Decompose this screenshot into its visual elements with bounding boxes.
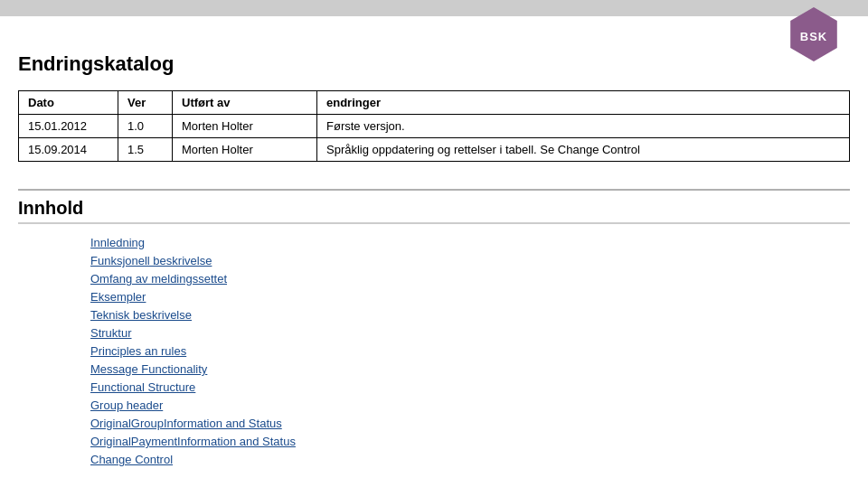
toc-link[interactable]: Teknisk beskrivelse (90, 308, 192, 322)
list-item: Message Functionality (90, 361, 850, 376)
cell-endringer: Språklig oppdatering og rettelser i tabe… (317, 138, 850, 162)
innhold-title: Innhold (18, 198, 850, 224)
list-item: Omfang av meldingssettet (90, 271, 850, 286)
toc-link[interactable]: Struktur (90, 326, 132, 340)
logo-text: BSK (800, 30, 827, 43)
list-item: Change Control (90, 452, 850, 466)
cell-ver: 1.0 (118, 115, 173, 138)
innhold-section: Innhold InnledningFunksjonell beskrivels… (18, 189, 850, 466)
toc-link[interactable]: Eksempler (90, 290, 146, 304)
list-item: Principles an rules (90, 343, 850, 358)
toc-link[interactable]: OriginalPaymentInformation and Status (90, 435, 296, 448)
section-divider (18, 189, 850, 191)
list-item: Group header (90, 398, 850, 412)
toc-link[interactable]: Funksjonell beskrivelse (90, 254, 212, 267)
list-item: OriginalPaymentInformation and Status (90, 434, 850, 448)
toc-link[interactable]: Group header (90, 398, 163, 412)
cell-ver: 1.5 (118, 138, 173, 162)
table-header-row: Dato Ver Utført av endringer (19, 91, 850, 115)
col-header-endringer: endringer (317, 91, 850, 115)
table-row: 15.01.2012 1.0 Morten Holter Første vers… (19, 115, 850, 138)
cell-dato: 15.09.2014 (19, 138, 118, 162)
list-item: Functional Structure (90, 380, 850, 394)
list-item: OriginalGroupInformation and Status (90, 416, 850, 430)
toc-link[interactable]: OriginalGroupInformation and Status (90, 417, 282, 430)
table-row: 15.09.2014 1.5 Morten Holter Språklig op… (19, 138, 850, 162)
list-item: Struktur (90, 325, 850, 340)
list-item: Funksjonell beskrivelse (90, 253, 850, 267)
toc-link[interactable]: Principles an rules (90, 344, 186, 358)
cell-utfort: Morten Holter (173, 115, 317, 138)
toc-list: InnledningFunksjonell beskrivelseOmfang … (90, 235, 850, 466)
toc-link[interactable]: Innledning (90, 236, 145, 249)
change-table: Dato Ver Utført av endringer 15.01.2012 … (18, 90, 850, 162)
toc-link[interactable]: Change Control (90, 453, 173, 466)
cell-dato: 15.01.2012 (19, 115, 118, 138)
toc-link[interactable]: Message Functionality (90, 362, 207, 376)
main-content: Endringskatalog Dato Ver Utført av endri… (0, 16, 868, 478)
list-item: Teknisk beskrivelse (90, 307, 850, 322)
col-header-ver: Ver (118, 91, 173, 115)
list-item: Innledning (90, 235, 850, 249)
list-item: Eksempler (90, 289, 850, 304)
header-bar (0, 0, 868, 16)
toc-link[interactable]: Functional Structure (90, 380, 195, 394)
page-title: Endringskatalog (18, 52, 850, 76)
toc-link[interactable]: Omfang av meldingssettet (90, 272, 227, 286)
cell-utfort: Morten Holter (173, 138, 317, 162)
cell-endringer: Første versjon. (317, 115, 850, 138)
col-header-dato: Dato (19, 91, 118, 115)
col-header-utfort: Utført av (173, 91, 317, 115)
